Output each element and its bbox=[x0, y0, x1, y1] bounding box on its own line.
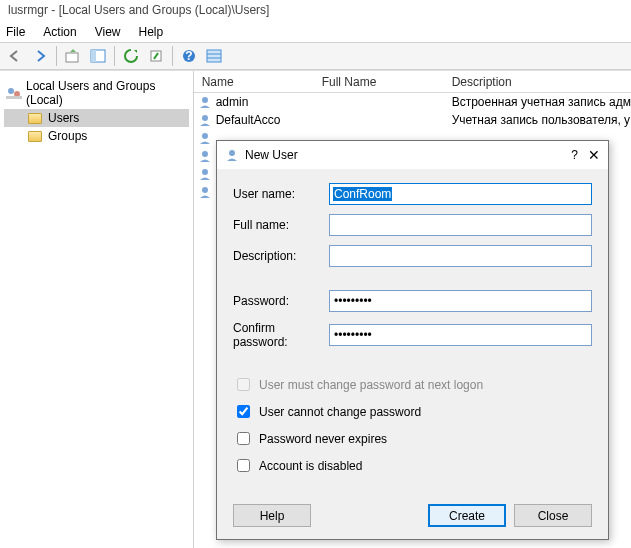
table-row[interactable]: adminВстроенная учетная запись адм bbox=[194, 93, 631, 111]
check-must-change-box bbox=[237, 378, 250, 391]
tree-root[interactable]: Local Users and Groups (Local) bbox=[4, 77, 189, 109]
password-label: Password: bbox=[233, 294, 329, 308]
col-fullname[interactable]: Full Name bbox=[314, 75, 444, 89]
svg-point-13 bbox=[202, 115, 208, 121]
user-icon bbox=[198, 185, 212, 199]
tree-users[interactable]: Users bbox=[4, 109, 189, 127]
help-button[interactable]: Help bbox=[233, 504, 311, 527]
confirm-label: Confirm password: bbox=[233, 321, 329, 349]
svg-point-9 bbox=[8, 88, 14, 94]
svg-rect-6 bbox=[207, 50, 221, 62]
check-disabled-box[interactable] bbox=[237, 459, 250, 472]
fullname-label: Full name: bbox=[233, 218, 329, 232]
user-icon bbox=[225, 148, 239, 162]
tree-groups-label: Groups bbox=[48, 129, 87, 143]
row-name: DefaultAcco bbox=[216, 113, 281, 127]
description-label: Description: bbox=[233, 249, 329, 263]
dialog-help-button[interactable]: ? bbox=[571, 148, 578, 162]
menu-action[interactable]: Action bbox=[43, 25, 76, 39]
svg-point-14 bbox=[202, 133, 208, 139]
window-title: lusrmgr - [Local Users and Groups (Local… bbox=[0, 0, 631, 22]
check-never-expires[interactable]: Password never expires bbox=[233, 429, 592, 448]
close-button[interactable]: Close bbox=[514, 504, 592, 527]
new-user-dialog: New User ? ✕ User name: ConfRoom Full na… bbox=[216, 140, 609, 540]
folder-icon bbox=[28, 113, 42, 124]
toolbar: ? bbox=[0, 42, 631, 70]
confirm-password-field[interactable] bbox=[329, 324, 592, 346]
user-icon bbox=[198, 113, 212, 127]
list-header: Name Full Name Description bbox=[194, 71, 631, 93]
check-cannot-change-box[interactable] bbox=[237, 405, 250, 418]
check-cannot-change-label: User cannot change password bbox=[259, 405, 421, 419]
help-button[interactable]: ? bbox=[178, 45, 200, 67]
forward-button[interactable] bbox=[29, 45, 51, 67]
row-name: admin bbox=[216, 95, 249, 109]
svg-rect-11 bbox=[6, 96, 22, 99]
export-button[interactable] bbox=[145, 45, 167, 67]
menu-help[interactable]: Help bbox=[139, 25, 164, 39]
folder-icon bbox=[28, 131, 42, 142]
menubar: File Action View Help bbox=[0, 22, 631, 42]
check-disabled-label: Account is disabled bbox=[259, 459, 362, 473]
check-must-change: User must change password at next logon bbox=[233, 375, 592, 394]
dialog-buttons: Help Create Close bbox=[233, 504, 592, 527]
menu-file[interactable]: File bbox=[6, 25, 25, 39]
check-cannot-change[interactable]: User cannot change password bbox=[233, 402, 592, 421]
user-icon bbox=[198, 131, 212, 145]
groups-mgr-icon bbox=[6, 86, 22, 100]
svg-point-18 bbox=[229, 150, 235, 156]
tree-root-label: Local Users and Groups (Local) bbox=[26, 79, 187, 107]
check-never-expires-box[interactable] bbox=[237, 432, 250, 445]
svg-point-12 bbox=[202, 97, 208, 103]
username-value: ConfRoom bbox=[333, 187, 392, 201]
row-desc: Встроенная учетная запись адм bbox=[444, 95, 631, 109]
dialog-body: User name: ConfRoom Full name: Descripti… bbox=[217, 169, 608, 493]
view-detail-button[interactable] bbox=[203, 45, 225, 67]
nav-tree: Local Users and Groups (Local) Users Gro… bbox=[0, 71, 194, 548]
username-label: User name: bbox=[233, 187, 329, 201]
user-icon bbox=[198, 149, 212, 163]
col-name[interactable]: Name bbox=[194, 75, 314, 89]
dialog-titlebar: New User ? ✕ bbox=[217, 141, 608, 169]
show-hide-button[interactable] bbox=[87, 45, 109, 67]
table-row[interactable]: DefaultAccoУчетная запись пользователя, … bbox=[194, 111, 631, 129]
col-description[interactable]: Description bbox=[444, 75, 631, 89]
svg-point-17 bbox=[202, 187, 208, 193]
create-button[interactable]: Create bbox=[428, 504, 506, 527]
svg-text:?: ? bbox=[185, 49, 192, 63]
toolbar-sep bbox=[56, 46, 57, 66]
refresh-button[interactable] bbox=[120, 45, 142, 67]
dialog-title: New User bbox=[245, 148, 298, 162]
svg-rect-2 bbox=[91, 50, 96, 62]
up-button[interactable] bbox=[62, 45, 84, 67]
svg-rect-0 bbox=[66, 53, 78, 62]
dialog-close-button[interactable]: ✕ bbox=[588, 147, 600, 163]
row-desc: Учетная запись пользователя, у bbox=[444, 113, 631, 127]
menu-view[interactable]: View bbox=[95, 25, 121, 39]
toolbar-sep bbox=[114, 46, 115, 66]
toolbar-sep bbox=[172, 46, 173, 66]
svg-point-16 bbox=[202, 169, 208, 175]
check-disabled[interactable]: Account is disabled bbox=[233, 456, 592, 475]
check-never-expires-label: Password never expires bbox=[259, 432, 387, 446]
back-button[interactable] bbox=[4, 45, 26, 67]
user-icon bbox=[198, 167, 212, 181]
fullname-field[interactable] bbox=[329, 214, 592, 236]
check-must-change-label: User must change password at next logon bbox=[259, 378, 483, 392]
password-field[interactable] bbox=[329, 290, 592, 312]
description-field[interactable] bbox=[329, 245, 592, 267]
tree-groups[interactable]: Groups bbox=[4, 127, 189, 145]
svg-point-15 bbox=[202, 151, 208, 157]
username-field[interactable]: ConfRoom bbox=[329, 183, 592, 205]
user-icon bbox=[198, 95, 212, 109]
tree-users-label: Users bbox=[48, 111, 79, 125]
